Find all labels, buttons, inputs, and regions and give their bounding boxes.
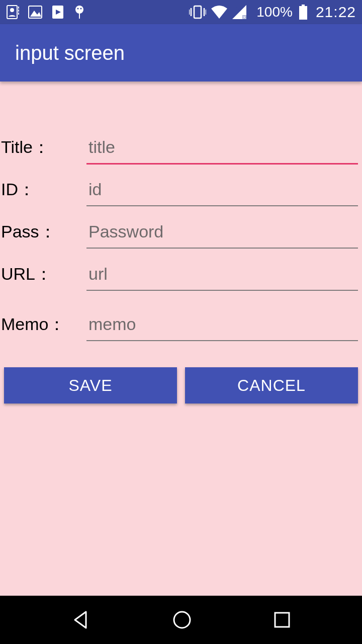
save-button[interactable]: SAVE [4, 367, 177, 404]
form-area: Title： ID： Pass： URL： Memo： SAVE CANCEL [0, 82, 362, 596]
svg-text:×: × [243, 15, 246, 19]
home-button[interactable] [171, 609, 193, 631]
status-bar: ?× 100% 21:22 [0, 0, 362, 24]
url-input[interactable] [86, 263, 358, 291]
svg-text:?: ? [235, 6, 240, 14]
svg-point-1 [10, 8, 14, 12]
svg-rect-22 [302, 5, 305, 6]
row-memo: Memo： [0, 313, 362, 355]
label-memo: Memo： [0, 313, 86, 336]
button-row: SAVE CANCEL [0, 355, 362, 404]
cancel-button[interactable]: CANCEL [185, 367, 358, 404]
svg-point-12 [80, 8, 82, 10]
svg-marker-6 [30, 11, 41, 17]
row-url: URL： [0, 263, 362, 305]
row-id: ID： [0, 178, 362, 220]
contacts-icon [6, 5, 19, 20]
row-title: Title： [0, 136, 362, 178]
svg-rect-2 [18, 7, 19, 9]
android-debug-icon [73, 5, 85, 20]
title-input[interactable] [86, 136, 358, 165]
app-bar: input screen [0, 24, 362, 82]
back-button[interactable] [70, 609, 92, 631]
svg-rect-23 [299, 6, 307, 20]
svg-rect-3 [18, 10, 19, 12]
label-url: URL： [0, 263, 86, 286]
app-title: input screen [15, 42, 125, 64]
share-icon [51, 5, 64, 20]
image-icon [28, 6, 42, 19]
battery-percentage: 100% [256, 4, 293, 20]
id-input[interactable] [86, 179, 358, 206]
battery-icon [299, 5, 308, 20]
clock: 21:22 [316, 4, 356, 21]
wifi-icon [211, 6, 227, 19]
label-pass: Pass： [0, 220, 86, 244]
pass-input[interactable] [86, 221, 358, 249]
svg-rect-10 [79, 13, 80, 19]
vibrate-icon [189, 5, 206, 19]
svg-rect-4 [18, 13, 19, 15]
row-pass: Pass： [0, 220, 362, 263]
svg-rect-13 [194, 6, 201, 18]
navigation-bar [0, 596, 362, 644]
svg-point-24 [174, 612, 190, 628]
recent-apps-button[interactable] [272, 610, 292, 630]
label-title: Title： [0, 136, 86, 159]
signal-icon: ?× [232, 5, 248, 19]
svg-rect-25 [275, 613, 289, 627]
label-id: ID： [0, 178, 86, 201]
svg-point-9 [75, 6, 83, 14]
svg-point-11 [77, 8, 79, 10]
memo-input[interactable] [86, 313, 358, 341]
